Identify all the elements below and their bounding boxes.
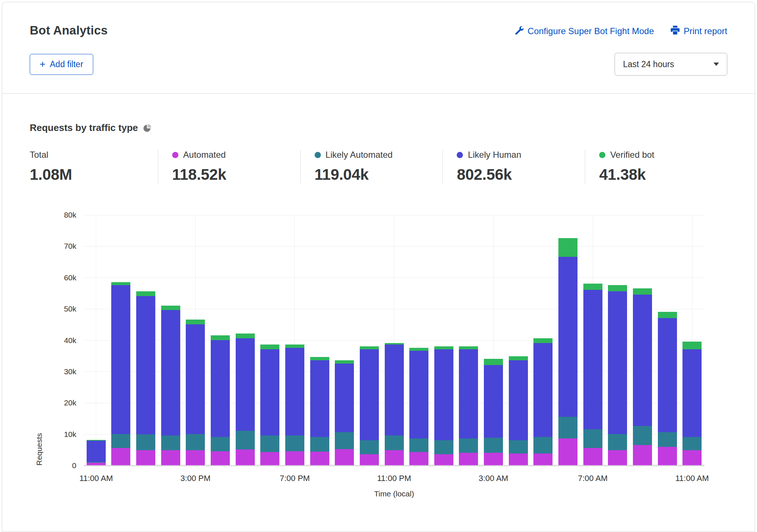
- bar-segment-automated: [682, 450, 702, 465]
- bar-segment-verified-bot: [459, 346, 478, 350]
- bar-segment-likely-human: [111, 285, 130, 434]
- vertical-gridline: [96, 215, 96, 466]
- stacked-bar: [409, 348, 428, 465]
- bar-segment-likely-automated: [211, 437, 230, 451]
- stat-verified-bot-label: Verified bot: [610, 150, 654, 160]
- bar-segment-verified-bot: [509, 356, 528, 360]
- bar-segment-likely-automated: [484, 438, 503, 453]
- bar-segment-automated: [111, 448, 130, 465]
- bar-segment-automated: [161, 450, 180, 465]
- stacked-bar: [509, 356, 528, 465]
- x-tick-label: 11:00 PM: [377, 474, 411, 483]
- bar-segment-automated: [385, 450, 404, 465]
- stacked-bar: [211, 335, 230, 465]
- bar-segment-likely-human: [186, 324, 205, 434]
- bar-segment-automated: [285, 451, 304, 465]
- configure-super-bot-fight-mode-link[interactable]: Configure Super Bot Fight Mode: [515, 26, 654, 37]
- stacked-bar: [236, 334, 255, 465]
- bar-segment-automated: [211, 451, 230, 465]
- bar-segment-verified-bot: [111, 282, 130, 285]
- stat-likely-human[interactable]: Likely Human 802.56k: [442, 150, 585, 183]
- print-report-link[interactable]: Print report: [671, 26, 727, 37]
- stacked-bar: [136, 291, 155, 465]
- stacked-bar: [608, 285, 627, 465]
- stat-total-value: 1.08M: [30, 166, 151, 183]
- bar-segment-likely-human: [608, 291, 627, 434]
- bar-segment-likely-human: [136, 296, 155, 434]
- stacked-bar: [310, 357, 329, 465]
- stacked-bar: [533, 338, 553, 465]
- bar-segment-automated: [87, 463, 106, 465]
- bar-segment-likely-automated: [459, 438, 478, 452]
- bar-segment-likely-human: [385, 345, 404, 436]
- bar-segment-likely-human: [509, 360, 528, 440]
- bar-segment-likely-human: [211, 340, 230, 437]
- bar-segment-likely-automated: [633, 426, 652, 445]
- bar-segment-likely-human: [87, 441, 106, 462]
- stacked-bar: [633, 288, 652, 465]
- wrench-icon: [515, 26, 524, 37]
- bar-segment-likely-human: [409, 351, 428, 438]
- bar-segment-likely-automated: [409, 438, 428, 452]
- x-tick-label: 11:00 AM: [79, 474, 113, 483]
- bar-segment-likely-automated: [658, 432, 677, 447]
- time-range-select[interactable]: Last 24 hours: [615, 53, 727, 76]
- bar-segment-likely-automated: [335, 432, 354, 449]
- stat-automated-label: Automated: [183, 150, 226, 160]
- bar-segment-verified-bot: [310, 357, 329, 360]
- stacked-bar: [385, 343, 404, 465]
- bar-segment-automated: [310, 452, 329, 465]
- bar-segment-likely-automated: [385, 436, 404, 450]
- y-tick-label: 80k: [64, 211, 76, 219]
- x-tick-label: 11:00 AM: [675, 474, 709, 483]
- header-links: Configure Super Bot Fight Mode Print rep…: [515, 26, 727, 37]
- bar-segment-likely-automated: [583, 429, 602, 448]
- page-title: Bot Analytics: [30, 23, 108, 37]
- bar-segment-automated: [409, 452, 428, 465]
- add-filter-label: Add filter: [50, 59, 83, 69]
- stacked-bar: [285, 345, 304, 465]
- stacked-bar: [335, 360, 354, 465]
- add-filter-button[interactable]: + Add filter: [30, 54, 93, 75]
- filter-row: + Add filter Last 24 hours: [2, 37, 755, 76]
- y-tick-label: 20k: [64, 398, 76, 407]
- x-tick-label: 7:00 AM: [578, 474, 608, 483]
- stat-likely-human-value: 802.56k: [457, 166, 577, 183]
- bar-segment-likely-automated: [434, 440, 453, 454]
- bar-segment-likely-automated: [360, 440, 379, 454]
- x-tick-label: 7:00 PM: [280, 474, 310, 483]
- configure-link-label: Configure Super Bot Fight Mode: [528, 26, 654, 36]
- stacked-bar: [558, 238, 577, 465]
- bar-segment-verified-bot: [484, 359, 503, 365]
- bar-segment-likely-automated: [558, 417, 577, 439]
- bar-segment-likely-automated: [236, 431, 255, 449]
- bar-segment-automated: [260, 452, 279, 465]
- bar-segment-verified-bot: [285, 345, 304, 348]
- bar-segment-automated: [583, 448, 602, 465]
- traffic-type-legend: Total 1.08M Automated 118.52k Likely Aut…: [30, 150, 727, 183]
- bar-segment-automated: [533, 453, 553, 465]
- bar-segment-automated: [360, 454, 379, 465]
- bar-segment-likely-automated: [533, 437, 553, 453]
- bar-segment-verified-bot: [608, 285, 627, 291]
- automated-dot: [172, 152, 178, 158]
- chevron-down-icon: [713, 62, 720, 66]
- bar-segment-likely-human: [484, 365, 503, 438]
- stat-likely-automated[interactable]: Likely Automated 119.04k: [300, 150, 443, 183]
- bar-segment-verified-bot: [633, 288, 652, 295]
- bar-segment-automated: [484, 453, 503, 465]
- bar-segment-likely-automated: [608, 434, 627, 450]
- stat-total: Total 1.08M: [30, 150, 158, 183]
- bar-segment-verified-bot: [260, 345, 279, 349]
- pie-chart-icon: [143, 124, 151, 132]
- y-tick-label: 70k: [64, 242, 76, 251]
- stat-verified-bot[interactable]: Verified bot 41.38k: [585, 150, 727, 183]
- bar-segment-likely-human: [533, 343, 553, 437]
- stat-automated[interactable]: Automated 118.52k: [158, 150, 300, 183]
- print-link-label: Print report: [684, 26, 727, 36]
- bar-segment-likely-human: [583, 290, 602, 429]
- bar-segment-automated: [236, 449, 255, 465]
- bar-segment-verified-bot: [236, 334, 255, 338]
- stat-likely-automated-label: Likely Automated: [326, 150, 393, 160]
- bar-segment-automated: [509, 453, 528, 465]
